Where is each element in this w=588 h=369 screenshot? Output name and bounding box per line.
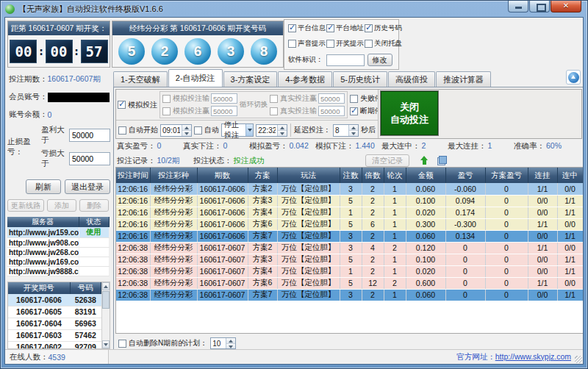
update-line-button[interactable]: 更新线路 xyxy=(7,199,44,212)
sim-lose-input[interactable] xyxy=(211,93,237,104)
auto-stop-checkbox[interactable]: 自动 xyxy=(194,125,219,135)
auto-stop-time-input[interactable] xyxy=(257,125,277,136)
auto-delete-stepper[interactable] xyxy=(210,337,236,349)
auto-start-time-input[interactable] xyxy=(161,125,182,136)
collapse-up-button[interactable] xyxy=(566,70,581,85)
clear-records-button[interactable]: 清空记录 xyxy=(365,154,409,167)
option-checkbox[interactable]: 历史号码 xyxy=(365,24,398,33)
sidebar: 投注期数：160617-0607期 会员账号： 账号余额：0 止损盈亏： 盈利大… xyxy=(7,71,110,349)
auto-start-time-stepper[interactable] xyxy=(160,124,192,137)
scroll-up-icon[interactable] xyxy=(102,282,110,290)
auto-delete-checkbox[interactable]: 自动删除N期前的计划： xyxy=(118,338,207,348)
server-row[interactable]: http://www.jw159.com使用 xyxy=(7,227,109,238)
column-header[interactable]: 投注时间 xyxy=(116,168,150,183)
auto-stop-time-stepper[interactable] xyxy=(256,124,287,137)
delete-server-button[interactable]: 删除 xyxy=(79,199,109,212)
tab[interactable]: 高级倍投 xyxy=(388,71,435,87)
column-header[interactable]: 金额 xyxy=(406,168,445,183)
official-site-link[interactable]: 官方网址：http://www.skypjz.com xyxy=(109,352,583,362)
real-win-checkbox[interactable]: 真实投注赢 xyxy=(270,93,317,104)
real-lose-input[interactable] xyxy=(318,106,345,116)
spinner-icon[interactable] xyxy=(182,125,191,136)
column-header[interactable]: 方案 xyxy=(248,168,277,183)
sim-lose-checkbox[interactable]: 模拟投注输 xyxy=(162,93,209,104)
auto-delete-input[interactable] xyxy=(211,338,226,348)
auto-start-checkbox[interactable]: 自动开始 xyxy=(118,125,158,135)
close-auto-bet-button[interactable]: 关闭 自动投注 xyxy=(381,91,438,135)
real-win-input[interactable] xyxy=(318,93,345,104)
option-checkbox[interactable]: 关闭托盘 xyxy=(365,39,398,49)
bet-row[interactable]: 12:06:16经纬分分彩160617-0606 方案4万位【定位胆】1 210… xyxy=(116,207,583,218)
bet-row[interactable]: 12:06:16经纬分分彩160617-0606 方案2万位【定位胆】3 210… xyxy=(116,183,583,195)
bet-row[interactable]: 12:06:16经纬分分彩160617-0606 方案7万位【定位胆】3 210… xyxy=(116,230,583,242)
tab[interactable]: 4-参考数据 xyxy=(278,71,332,87)
column-header[interactable]: 投注彩种 xyxy=(150,168,197,183)
bet-row[interactable]: 12:06:38经纬分分彩160617-0607 方案3万位【定位胆】5 210… xyxy=(116,254,583,265)
column-header[interactable]: 连中 xyxy=(557,168,583,183)
tab[interactable]: 1-天空破解 xyxy=(113,71,168,87)
option-checkbox[interactable]: 声音提示 xyxy=(288,39,326,49)
refresh-button[interactable]: 刷新 xyxy=(26,179,61,194)
history-row[interactable]: 160617-060292709 xyxy=(8,341,101,349)
bet-row[interactable]: 12:06:16经纬分分彩160617-0606 方案6万位【定位胆】5 610… xyxy=(116,218,583,230)
logout-button[interactable]: 退出登录 xyxy=(65,179,110,194)
option-checkbox-label: 平台信息 xyxy=(298,24,326,33)
copy-icon[interactable] xyxy=(437,156,447,165)
profit-gt-label: 盈利大于 xyxy=(41,125,66,146)
option-checkbox[interactable]: 平台地址 xyxy=(326,24,365,33)
scrollbar[interactable] xyxy=(101,282,110,348)
scroll-thumb[interactable] xyxy=(102,291,110,309)
history-row[interactable]: 160617-060357462 xyxy=(8,329,101,341)
option-checkbox[interactable]: 开奖提示 xyxy=(326,39,365,49)
modify-button[interactable]: 修改 xyxy=(368,54,392,66)
column-header[interactable]: 注数 xyxy=(340,168,362,183)
bet-row[interactable]: 12:06:38经纬分分彩160617-0607 方案2万位【定位胆】3 420… xyxy=(116,242,583,254)
bet-row[interactable]: 12:06:38经纬分分彩160617-0607 方案7万位【定位胆】3 210… xyxy=(116,289,583,301)
spinner-icon[interactable] xyxy=(226,338,235,348)
delay-stepper[interactable] xyxy=(333,124,359,137)
server-row[interactable]: http://www.jw169.com xyxy=(7,257,109,267)
tab[interactable]: 2-自动投注 xyxy=(168,69,223,87)
bet-row[interactable]: 12:06:38经纬分分彩160617-0607 方案6万位【定位胆】5 122… xyxy=(116,277,583,289)
server-row[interactable]: http://www.jw908.com xyxy=(7,238,109,248)
minimize-button[interactable] xyxy=(508,1,528,12)
server-row[interactable]: http://www.jw268.com xyxy=(7,248,109,257)
bet-row[interactable]: 12:06:38经纬分分彩160617-0607 方案4万位【定位胆】1 210… xyxy=(116,265,583,277)
column-header[interactable]: 期数 xyxy=(197,168,248,183)
software-id-input[interactable] xyxy=(326,54,365,66)
column-header[interactable]: 盈亏 xyxy=(445,168,485,183)
tab[interactable]: 5-历史统计 xyxy=(333,71,387,87)
option-checkbox[interactable]: 平台信息 xyxy=(288,24,326,33)
scroll-down-icon[interactable] xyxy=(102,340,110,348)
draw-header: 经纬分分彩 第 160617-0606 期开奖号码 xyxy=(112,21,283,35)
column-header[interactable]: 轮次 xyxy=(384,168,406,183)
column-header[interactable]: 方案盈亏 xyxy=(485,168,528,183)
sim-win-input[interactable] xyxy=(211,106,237,116)
delay-input[interactable] xyxy=(334,125,348,136)
history-row[interactable]: 160617-060583191 xyxy=(8,306,101,318)
loss-gt-input[interactable] xyxy=(69,152,110,165)
chevron-down-icon xyxy=(245,124,253,136)
stop-action-select[interactable]: 停止投注 xyxy=(221,123,254,137)
add-server-button[interactable]: 添加 xyxy=(47,199,76,212)
column-header[interactable]: 玩法 xyxy=(277,168,340,183)
history-row[interactable]: 160617-060456963 xyxy=(8,318,101,329)
column-header[interactable]: 倍数 xyxy=(362,168,384,183)
close-button[interactable] xyxy=(551,1,581,12)
real-lose-checkbox[interactable]: 真实投注输 xyxy=(270,106,317,116)
export-up-icon[interactable] xyxy=(420,156,430,166)
bet-row[interactable]: 12:06:16经纬分分彩160617-0606 方案3万位【定位胆】5 210… xyxy=(116,195,583,207)
tab[interactable]: 3-方案设定 xyxy=(223,71,278,87)
profit-gt-input[interactable] xyxy=(69,129,110,142)
maximize-button[interactable] xyxy=(529,1,550,12)
spinner-icon[interactable] xyxy=(348,125,358,136)
sim-win-checkbox[interactable]: 模拟投注赢 xyxy=(162,106,209,116)
sim-bet-checkbox[interactable]: 模拟投注 xyxy=(118,100,157,110)
column-header[interactable]: 连挂 xyxy=(528,168,557,183)
history-row[interactable]: 160617-060652638 xyxy=(8,294,101,306)
title-bar: 【无声家族】自动投注软件终极版V1.6.6 xyxy=(1,1,587,17)
server-row[interactable]: http://www.jw9888.com... xyxy=(7,267,109,276)
spinner-icon[interactable] xyxy=(277,125,287,136)
resize-grip[interactable] xyxy=(575,356,582,363)
tab[interactable]: 推波计算器 xyxy=(436,71,491,87)
